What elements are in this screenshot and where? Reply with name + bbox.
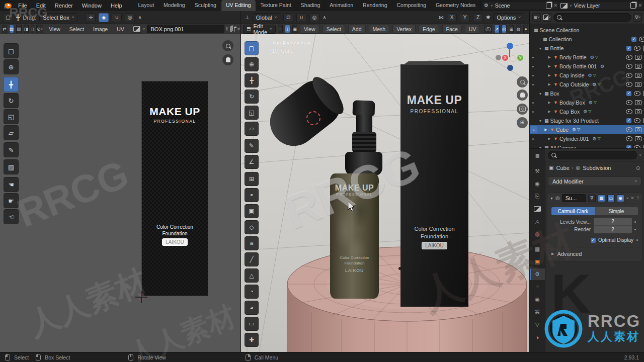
tab-tool[interactable]: ⚒ [530,165,545,177]
uv-display-toggle-1[interactable]: ▤ [9,25,15,33]
hide-eye-icon[interactable] [639,37,644,42]
hide-eye-icon[interactable] [634,46,640,51]
camera-view-button[interactable] [517,104,528,115]
add-modifier-button[interactable]: Add Modifier ˅ [548,176,641,186]
tab-scene[interactable]: ◬ [530,216,545,227]
zoom-button[interactable] [222,40,233,51]
tab-shading[interactable]: Shading [296,0,326,11]
proportional-edit-button[interactable]: ◎ [125,13,135,22]
blender-logo-icon[interactable] [4,3,12,9]
falloff-curve-icon[interactable]: ∧ [323,15,326,20]
shading-wireframe-button[interactable]: ◍ [516,25,521,33]
outliner-row-stage[interactable]: ▼ ▦ Stage for 3d Product ✓ [530,116,644,125]
active-tool-icon[interactable]: ▢ [3,13,13,22]
uv-menu-select[interactable]: Select [66,25,88,33]
tab-rendering[interactable]: Rendering [358,0,392,11]
vp-tool-measure[interactable]: ∠ [245,155,259,169]
uv-tool-relax[interactable]: ☛ [4,193,19,208]
pivot-point-button[interactable]: ✛ [86,13,96,22]
menu-window[interactable]: Window [77,2,106,10]
uv-tool-pinch[interactable]: ☜ [4,209,19,224]
gizmo-neg-z-axis[interactable] [507,65,513,71]
tab-object-data[interactable]: ▽ [530,319,545,330]
gizmo-z-axis[interactable] [507,43,513,49]
realtime-toggle[interactable]: ▭ [607,195,615,202]
expand-icon[interactable]: ▼ [538,119,543,123]
hide-eye-icon[interactable] [626,100,632,105]
filter-id-dropdown[interactable]: ˅ [543,13,551,22]
vp-tool-cursor[interactable]: ⊕ [245,57,259,71]
render-visibility-icon[interactable] [635,82,641,87]
snap-toggle-button[interactable]: ◈ [99,13,109,22]
vp-tool-extrude[interactable]: ◓ [245,188,259,202]
expand-icon[interactable]: ▶ [547,101,552,105]
xray-toggle[interactable]: ⊞ [509,25,514,33]
vp-tool-edge-slide[interactable]: ▭ [245,317,259,331]
levels-view-field[interactable]: 2 [594,218,632,226]
catmull-clark-button[interactable]: Catmull-Clark [551,207,595,215]
uv-tool-cursor[interactable]: ⊕ [4,59,19,74]
editor-type-button[interactable]: ≣ [530,150,545,162]
vp-tool-knife[interactable]: ╱ [245,252,259,266]
tab-view-layer[interactable] [530,203,545,215]
vp-tool-add-cube[interactable]: ⊞ [245,172,259,186]
tab-particles[interactable]: ⁘ [530,281,545,293]
tab-physics[interactable]: ◉ [530,294,545,305]
expand-icon[interactable]: ▶ [547,82,552,86]
outliner-row-bottle[interactable]: ▼ ▦ Bottle ✓ [530,44,644,53]
outliner-row-all-camera[interactable]: ▼ ▦ All Camera ✓ [530,143,644,148]
vp-menu-vertex[interactable]: Vertex [392,25,416,34]
gizmo-neg-x-axis[interactable] [496,55,501,60]
navigation-gizmo[interactable]: X Y [496,43,524,71]
hide-eye-icon[interactable] [626,82,632,87]
hide-eye-icon[interactable] [634,118,640,123]
uv-tool-rotate[interactable]: ↻ [4,93,19,108]
outliner-row-body-bottle[interactable]: ▶ ▼ Body Bottle ⚙▽ [530,53,644,62]
gizmo-y-axis[interactable]: Y [517,55,523,61]
edge-select-button[interactable]: ◫ [285,25,290,33]
drag-handle-icon[interactable]: ⠿ [636,196,639,201]
uv-editor[interactable]: ▢ ⊕ ╋ ↻ ◱ ▱ ✎ ▨ ☚ ☛ ☜ MAKE UP PROFESSION… [0,34,240,352]
tab-material[interactable]: ◑ [530,331,545,343]
vp-tool-bevel[interactable]: ◇ [245,220,259,234]
tab-object[interactable]: ▣ [530,256,545,267]
edit-mode-toggle[interactable]: ▦ [598,195,605,202]
breadcrumb-modifier[interactable]: Subdivision [583,165,611,171]
menu-render[interactable]: Render [50,2,77,10]
gizmo-neg-y-axis[interactable] [510,55,516,62]
extras-dropdown-icon[interactable]: ˅ [626,196,629,201]
render-visibility-icon[interactable] [635,100,641,105]
render-visibility-icon[interactable] [635,73,641,78]
mode-dropdown[interactable]: ⬒ Edit Mode ˅ [243,25,276,34]
exclude-checkbox[interactable]: ✓ [631,37,636,42]
vp-tool-transform[interactable]: ▱ [245,122,259,136]
tab-modeling[interactable]: Modeling [159,0,190,11]
uv-tool-annotate[interactable]: ✎ [4,142,19,157]
render-levels-field[interactable]: 2 [594,226,632,233]
vp-tool-shear[interactable]: ✚ [245,333,259,347]
tab-uv-editing[interactable]: UV Editing [221,0,256,11]
render-visibility-icon[interactable] [635,55,641,60]
expand-icon[interactable]: ▶ [547,64,552,68]
transform-orientation-dropdown[interactable]: Global ˅ [253,13,280,22]
vp-tool-move[interactable]: ╋ [245,73,259,87]
unlink-image-icon[interactable]: ✕ [236,27,240,32]
outliner-row-scene-collection[interactable]: ▦ Scene Collection [530,26,644,35]
view-layer-selector[interactable]: ˅ View Layer ✕ [558,1,644,10]
tab-sculpting[interactable]: Sculpting [190,0,221,11]
uv-display-toggle-4[interactable]: ▯ [31,25,34,33]
snap-magnet-button[interactable]: ∪ [296,13,306,22]
tab-layout[interactable]: Layout [134,0,159,11]
panel-expand-icon[interactable]: ▼ [550,197,553,200]
uv-texture-image[interactable]: MAKE UP PROFESSIONAL Color Correction Fo… [142,81,208,296]
vp-menu-edge[interactable]: Edge [419,25,439,34]
simple-button[interactable]: Simple [595,207,638,215]
outliner-row-collection[interactable]: ▦ Collection ✓ [530,35,644,44]
bottle-shoulder[interactable] [345,152,382,176]
expand-icon[interactable]: ▶ [543,128,548,132]
new-image-icon[interactable] [230,26,232,32]
uv-2d-cursor[interactable] [137,293,145,301]
uv-display-toggle-3[interactable]: ◨ [24,25,29,33]
vp-tool-spin[interactable]: ◔ [245,285,259,299]
unlink-scene-icon[interactable]: ✕ [553,3,557,8]
